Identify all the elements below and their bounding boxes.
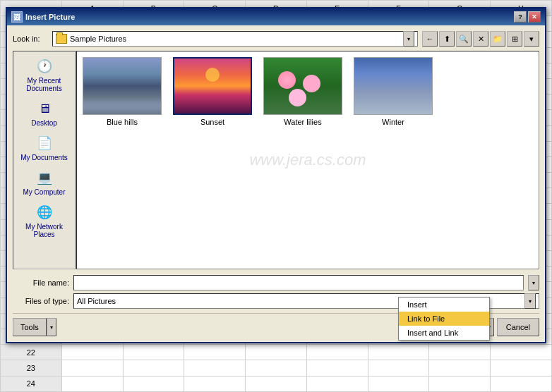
title-bar-left: 🖼 Insert Picture <box>11 11 75 23</box>
thumb-frame-water-lilies <box>263 57 342 115</box>
image-sunset <box>174 57 251 115</box>
insert-picture-dialog: 🖼 Insert Picture ? ✕ Look in: Sample Pic… <box>6 7 546 343</box>
views-button[interactable]: ⊞ <box>507 31 522 47</box>
sidebar-item-documents[interactable]: 📄 My Documents <box>13 131 75 164</box>
look-in-row: Look in: Sample Pictures ▾ ← ⬆ 🔍 ✕ 📁 ⊞ ▾ <box>13 31 539 47</box>
help-button[interactable]: ? <box>514 11 527 23</box>
look-in-dropdown-arrow[interactable]: ▾ <box>403 31 414 47</box>
views-arrow-button[interactable]: ▾ <box>524 31 539 47</box>
image-water-lilies <box>264 57 342 115</box>
sidebar-label-desktop: Desktop <box>31 119 57 127</box>
file-name-dropdown-arrow[interactable]: ▾ <box>528 275 539 290</box>
search-web-button[interactable]: 🔍 <box>456 31 472 47</box>
sidebar-label-computer: My Computer <box>23 188 65 196</box>
file-name-input[interactable] <box>73 275 524 290</box>
image-blue-hills <box>83 57 161 115</box>
dialog-title: Insert Picture <box>25 13 75 21</box>
image-winter <box>354 57 432 115</box>
sidebar-item-computer[interactable]: 💻 My Computer <box>13 166 75 199</box>
insert-dropdown-menu: Insert Link to File Insert and Link <box>398 297 490 341</box>
thumb-label-blue-hills: Blue hills <box>107 118 138 126</box>
new-folder-button[interactable]: 📁 <box>490 31 505 47</box>
tools-dropdown-arrow[interactable]: ▾ <box>47 318 56 336</box>
title-bar-buttons: ? ✕ <box>514 11 541 23</box>
thumb-frame-winter <box>354 57 433 115</box>
sidebar: 🕐 My Recent Documents 🖥 Desktop 📄 My Doc… <box>13 51 76 269</box>
tools-group: Tools ▾ <box>13 318 56 336</box>
files-of-type-value: All Pictures <box>77 297 116 305</box>
sidebar-item-recent[interactable]: 🕐 My Recent Documents <box>13 54 75 95</box>
thumb-label-winter: Winter <box>382 118 404 126</box>
watermark: www.jera.cs.com <box>249 151 366 169</box>
file-name-label: File name: <box>13 278 69 287</box>
sidebar-label-recent: My Recent Documents <box>15 77 73 92</box>
thumbnail-water-lilies[interactable]: Water lilies <box>263 57 342 126</box>
network-icon: 🌐 <box>35 203 54 221</box>
cancel-button[interactable]: Cancel <box>497 318 539 336</box>
sidebar-label-documents: My Documents <box>20 154 68 161</box>
desktop-icon: 🖥 <box>35 99 54 118</box>
thumb-label-water-lilies: Water lilies <box>284 118 321 126</box>
delete-button[interactable]: ✕ <box>473 31 488 47</box>
toolbar-buttons: ← ⬆ 🔍 ✕ 📁 ⊞ ▾ <box>422 31 539 47</box>
sidebar-label-network: My Network Places <box>15 223 73 238</box>
thumbnail-winter[interactable]: Winter <box>354 57 433 126</box>
thumb-frame-sunset <box>173 57 252 115</box>
dropdown-item-insert[interactable]: Insert <box>399 298 489 312</box>
file-area: www.jera.cs.com Blue hills Sun <box>76 51 539 269</box>
title-bar: 🖼 Insert Picture ? ✕ <box>7 8 545 25</box>
files-of-type-arrow[interactable]: ▾ <box>524 293 536 309</box>
dropdown-item-link-to-file[interactable]: Link to File <box>399 312 489 326</box>
folder-icon <box>56 34 67 44</box>
look-in-combo[interactable]: Sample Pictures ▾ <box>52 31 418 47</box>
recent-icon: 🕐 <box>35 57 54 75</box>
content-area: 🕐 My Recent Documents 🖥 Desktop 📄 My Doc… <box>13 51 539 269</box>
thumbnail-sunset[interactable]: Sunset <box>173 57 252 126</box>
sidebar-item-network[interactable]: 🌐 My Network Places <box>13 200 75 241</box>
dropdown-item-insert-and-link[interactable]: Insert and Link <box>399 326 489 340</box>
files-of-type-label: Files of type: <box>13 297 69 305</box>
back-button[interactable]: ← <box>422 31 438 47</box>
close-button[interactable]: ✕ <box>528 11 541 23</box>
look-in-value: Sample Pictures <box>70 35 126 43</box>
dialog-icon: 🖼 <box>11 11 23 23</box>
thumbnail-blue-hills[interactable]: Blue hills <box>83 57 162 126</box>
sidebar-item-desktop[interactable]: 🖥 Desktop <box>13 97 75 130</box>
up-folder-button[interactable]: ⬆ <box>439 31 455 47</box>
thumb-frame-blue-hills <box>83 57 162 115</box>
file-name-row: File name: ▾ <box>13 275 539 290</box>
thumb-label-sunset: Sunset <box>200 118 224 126</box>
documents-icon: 📄 <box>35 134 54 152</box>
computer-icon: 💻 <box>35 169 54 187</box>
thumbnails-container: Blue hills Sunset Water lili <box>83 57 533 126</box>
tools-button[interactable]: Tools <box>13 318 47 336</box>
look-in-label: Look in: <box>13 35 48 43</box>
dialog-body: Look in: Sample Pictures ▾ ← ⬆ 🔍 ✕ 📁 ⊞ ▾ <box>7 25 545 342</box>
